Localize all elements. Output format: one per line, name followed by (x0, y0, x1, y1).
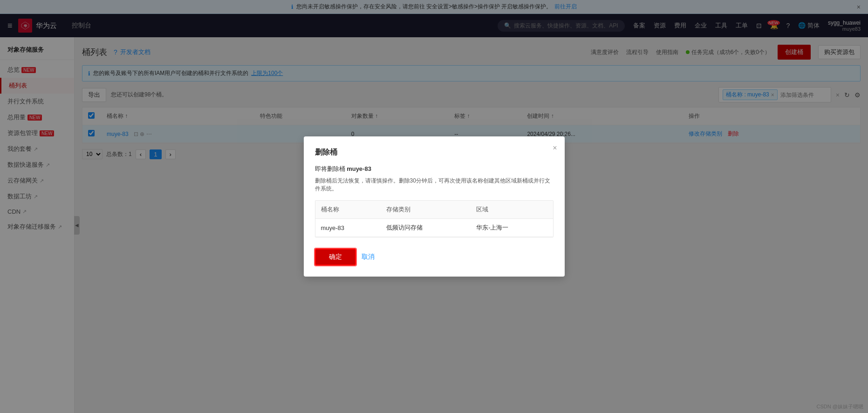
modal-row-bucket-name: muye-83 (315, 219, 381, 237)
modal-col-storage-type: 存储类别 (381, 201, 471, 219)
modal-table-header: 桶名称 存储类别 区域 (315, 201, 553, 219)
modal-table-row: muye-83 低频访问存储 华东-上海一 (315, 219, 553, 237)
delete-bucket-modal: 删除桶 × 即将删除桶 muye-83 删除桶后无法恢复，请谨慎操作。删除30分… (304, 136, 565, 277)
modal-col-region: 区域 (471, 201, 553, 219)
modal-close-button[interactable]: × (553, 144, 557, 152)
cancel-delete-button[interactable]: 取消 (362, 253, 375, 261)
modal-bucket-name: muye-83 (347, 165, 371, 172)
modal-warning: 删除桶后无法恢复，请谨慎操作。删除30分钟后，可再次使用该名称创建其他区域新桶或… (315, 177, 554, 193)
modal-overlay: 删除桶 × 即将删除桶 muye-83 删除桶后无法恢复，请谨慎操作。删除30分… (0, 0, 868, 413)
modal-col-bucket-name: 桶名称 (315, 201, 381, 219)
modal-footer: 确定 取消 (315, 249, 554, 265)
modal-title: 删除桶 (315, 148, 554, 157)
confirm-delete-button[interactable]: 确定 (315, 249, 356, 265)
modal-table: 桶名称 存储类别 区域 muye-83 低频访问存储 华东-上海一 (315, 200, 554, 237)
modal-desc-line1: 即将删除桶 muye-83 (315, 165, 554, 173)
modal-row-storage-type: 低频访问存储 (381, 219, 471, 237)
modal-row-region: 华东-上海一 (471, 219, 553, 237)
